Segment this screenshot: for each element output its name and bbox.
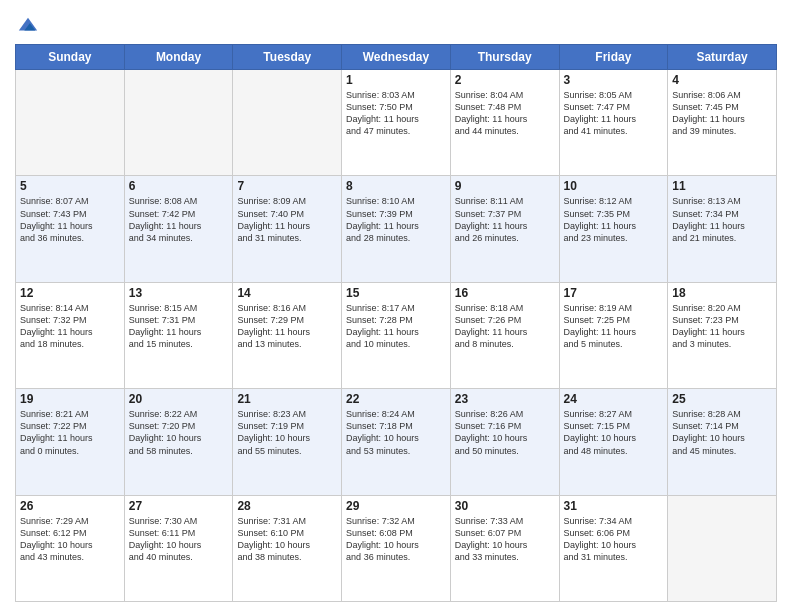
cell-info: Sunrise: 8:23 AM Sunset: 7:19 PM Dayligh… [237,408,337,457]
cell-info: Sunrise: 8:22 AM Sunset: 7:20 PM Dayligh… [129,408,229,457]
calendar-cell: 8Sunrise: 8:10 AM Sunset: 7:39 PM Daylig… [342,176,451,282]
cell-info: Sunrise: 8:03 AM Sunset: 7:50 PM Dayligh… [346,89,446,138]
calendar-cell: 13Sunrise: 8:15 AM Sunset: 7:31 PM Dayli… [124,282,233,388]
calendar-cell [668,495,777,601]
cell-info: Sunrise: 8:14 AM Sunset: 7:32 PM Dayligh… [20,302,120,351]
day-number: 27 [129,499,229,513]
cell-info: Sunrise: 8:24 AM Sunset: 7:18 PM Dayligh… [346,408,446,457]
cell-info: Sunrise: 8:28 AM Sunset: 7:14 PM Dayligh… [672,408,772,457]
calendar-cell: 19Sunrise: 8:21 AM Sunset: 7:22 PM Dayli… [16,389,125,495]
cell-info: Sunrise: 8:12 AM Sunset: 7:35 PM Dayligh… [564,195,664,244]
calendar-cell: 31Sunrise: 7:34 AM Sunset: 6:06 PM Dayli… [559,495,668,601]
cell-info: Sunrise: 8:19 AM Sunset: 7:25 PM Dayligh… [564,302,664,351]
day-number: 9 [455,179,555,193]
calendar-cell [16,70,125,176]
day-number: 24 [564,392,664,406]
day-number: 29 [346,499,446,513]
cell-info: Sunrise: 8:17 AM Sunset: 7:28 PM Dayligh… [346,302,446,351]
day-number: 30 [455,499,555,513]
calendar-table: SundayMondayTuesdayWednesdayThursdayFrid… [15,44,777,602]
dow-header-tuesday: Tuesday [233,45,342,70]
calendar-cell: 15Sunrise: 8:17 AM Sunset: 7:28 PM Dayli… [342,282,451,388]
day-number: 14 [237,286,337,300]
calendar-cell: 14Sunrise: 8:16 AM Sunset: 7:29 PM Dayli… [233,282,342,388]
calendar-cell: 10Sunrise: 8:12 AM Sunset: 7:35 PM Dayli… [559,176,668,282]
cell-info: Sunrise: 7:30 AM Sunset: 6:11 PM Dayligh… [129,515,229,564]
cell-info: Sunrise: 7:31 AM Sunset: 6:10 PM Dayligh… [237,515,337,564]
day-number: 21 [237,392,337,406]
cell-info: Sunrise: 8:07 AM Sunset: 7:43 PM Dayligh… [20,195,120,244]
calendar-cell: 28Sunrise: 7:31 AM Sunset: 6:10 PM Dayli… [233,495,342,601]
day-number: 25 [672,392,772,406]
calendar-cell: 24Sunrise: 8:27 AM Sunset: 7:15 PM Dayli… [559,389,668,495]
cell-info: Sunrise: 8:11 AM Sunset: 7:37 PM Dayligh… [455,195,555,244]
cell-info: Sunrise: 7:34 AM Sunset: 6:06 PM Dayligh… [564,515,664,564]
dow-header-thursday: Thursday [450,45,559,70]
dow-header-monday: Monday [124,45,233,70]
cell-info: Sunrise: 8:27 AM Sunset: 7:15 PM Dayligh… [564,408,664,457]
logo-icon [17,14,39,36]
calendar-cell: 21Sunrise: 8:23 AM Sunset: 7:19 PM Dayli… [233,389,342,495]
calendar-cell: 27Sunrise: 7:30 AM Sunset: 6:11 PM Dayli… [124,495,233,601]
cell-info: Sunrise: 8:10 AM Sunset: 7:39 PM Dayligh… [346,195,446,244]
dow-header-friday: Friday [559,45,668,70]
calendar-cell [124,70,233,176]
cell-info: Sunrise: 8:18 AM Sunset: 7:26 PM Dayligh… [455,302,555,351]
calendar-cell: 4Sunrise: 8:06 AM Sunset: 7:45 PM Daylig… [668,70,777,176]
cell-info: Sunrise: 8:06 AM Sunset: 7:45 PM Dayligh… [672,89,772,138]
day-number: 5 [20,179,120,193]
calendar-cell: 18Sunrise: 8:20 AM Sunset: 7:23 PM Dayli… [668,282,777,388]
cell-info: Sunrise: 7:29 AM Sunset: 6:12 PM Dayligh… [20,515,120,564]
calendar-cell: 29Sunrise: 7:32 AM Sunset: 6:08 PM Dayli… [342,495,451,601]
calendar-cell: 22Sunrise: 8:24 AM Sunset: 7:18 PM Dayli… [342,389,451,495]
day-number: 23 [455,392,555,406]
day-number: 12 [20,286,120,300]
cell-info: Sunrise: 8:05 AM Sunset: 7:47 PM Dayligh… [564,89,664,138]
calendar-cell: 25Sunrise: 8:28 AM Sunset: 7:14 PM Dayli… [668,389,777,495]
dow-header-wednesday: Wednesday [342,45,451,70]
cell-info: Sunrise: 7:33 AM Sunset: 6:07 PM Dayligh… [455,515,555,564]
cell-info: Sunrise: 8:15 AM Sunset: 7:31 PM Dayligh… [129,302,229,351]
day-number: 7 [237,179,337,193]
calendar-cell: 9Sunrise: 8:11 AM Sunset: 7:37 PM Daylig… [450,176,559,282]
calendar-cell: 6Sunrise: 8:08 AM Sunset: 7:42 PM Daylig… [124,176,233,282]
cell-info: Sunrise: 8:21 AM Sunset: 7:22 PM Dayligh… [20,408,120,457]
day-number: 4 [672,73,772,87]
day-number: 6 [129,179,229,193]
day-number: 19 [20,392,120,406]
calendar-cell: 7Sunrise: 8:09 AM Sunset: 7:40 PM Daylig… [233,176,342,282]
calendar-cell: 23Sunrise: 8:26 AM Sunset: 7:16 PM Dayli… [450,389,559,495]
calendar-cell: 5Sunrise: 8:07 AM Sunset: 7:43 PM Daylig… [16,176,125,282]
calendar-cell: 2Sunrise: 8:04 AM Sunset: 7:48 PM Daylig… [450,70,559,176]
day-number: 31 [564,499,664,513]
dow-header-sunday: Sunday [16,45,125,70]
cell-info: Sunrise: 8:26 AM Sunset: 7:16 PM Dayligh… [455,408,555,457]
header [15,10,777,36]
calendar-cell: 1Sunrise: 8:03 AM Sunset: 7:50 PM Daylig… [342,70,451,176]
day-number: 16 [455,286,555,300]
day-number: 2 [455,73,555,87]
calendar-cell: 30Sunrise: 7:33 AM Sunset: 6:07 PM Dayli… [450,495,559,601]
calendar-cell [233,70,342,176]
calendar-cell: 17Sunrise: 8:19 AM Sunset: 7:25 PM Dayli… [559,282,668,388]
calendar-cell: 3Sunrise: 8:05 AM Sunset: 7:47 PM Daylig… [559,70,668,176]
calendar-cell: 11Sunrise: 8:13 AM Sunset: 7:34 PM Dayli… [668,176,777,282]
day-number: 3 [564,73,664,87]
cell-info: Sunrise: 8:16 AM Sunset: 7:29 PM Dayligh… [237,302,337,351]
day-number: 20 [129,392,229,406]
day-number: 18 [672,286,772,300]
day-number: 15 [346,286,446,300]
page: SundayMondayTuesdayWednesdayThursdayFrid… [0,0,792,612]
day-number: 28 [237,499,337,513]
calendar-cell: 20Sunrise: 8:22 AM Sunset: 7:20 PM Dayli… [124,389,233,495]
day-number: 13 [129,286,229,300]
cell-info: Sunrise: 8:04 AM Sunset: 7:48 PM Dayligh… [455,89,555,138]
day-number: 1 [346,73,446,87]
cell-info: Sunrise: 8:13 AM Sunset: 7:34 PM Dayligh… [672,195,772,244]
day-number: 10 [564,179,664,193]
day-number: 11 [672,179,772,193]
cell-info: Sunrise: 8:08 AM Sunset: 7:42 PM Dayligh… [129,195,229,244]
day-number: 8 [346,179,446,193]
dow-header-saturday: Saturday [668,45,777,70]
cell-info: Sunrise: 8:20 AM Sunset: 7:23 PM Dayligh… [672,302,772,351]
